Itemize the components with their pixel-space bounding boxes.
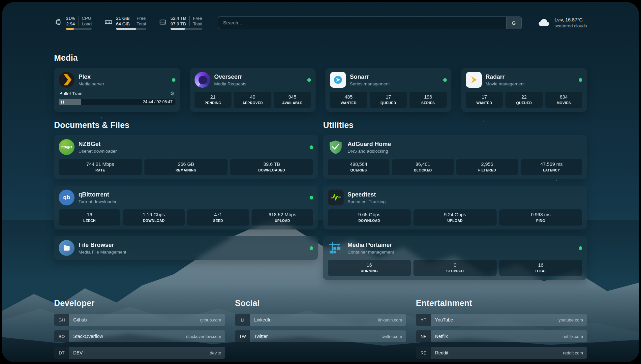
bookmark-domain: stackoverflow.com [186,334,221,339]
section-utilities: Utilities [323,120,587,280]
service-desc: Movie management [486,81,525,86]
speedtest-icon [328,190,344,205]
bookmark-twitter[interactable]: TW Twitter twitter.com [235,330,406,342]
memory-widget: 21 GiB 64 GiB Free Total [104,16,146,30]
bookmark-stackoverflow[interactable]: SO StackOverflow stackoverflow.com [54,330,225,342]
disk-total-value: 97.9 TB [170,21,186,26]
status-dot-online [310,196,313,199]
search-input[interactable] [218,17,506,29]
plex-now-playing: Bullet Train ⚙ 24:44 / 02:06:47 [59,90,175,105]
service-card-radarr[interactable]: Radarr Movie management 17 WANTED 22 QUE… [461,68,587,112]
media-card-grid: Plex Media server Bullet Train ⚙ [54,68,587,112]
bookmark-name: LinkedIn [254,317,272,322]
hard-drive-icon [159,18,167,26]
service-name: Speedtest [348,191,386,198]
cpu-chip-icon [54,18,63,26]
bookmark-netflix[interactable]: NF Netflix netflix.com [416,330,587,342]
bookmarks-social: Social LI LinkedIn linkedin.com TW Twitt… [235,298,406,342]
stat-pending: 21 PENDING [195,92,232,108]
service-card-plex[interactable]: Plex Media server Bullet Train ⚙ [54,68,180,112]
service-name: AdGuard Home [348,141,391,148]
stat-available: 945 AVAILABLE [274,92,311,108]
stat-latency: 47.569 ms LATENCY [521,159,582,175]
section-title-social: Social [235,298,406,308]
bookmark-name: Reddit [435,350,448,355]
bookmark-abbr: SO [54,330,69,342]
bookmark-domain: reddit.com [563,350,583,355]
bookmark-abbr: NF [416,330,431,342]
stat-rate: 744.21 Mbps RATE [59,159,142,175]
bookmark-reddit[interactable]: RE Reddit reddit.com [416,347,587,359]
nzbget-icon: nzbget [59,139,75,155]
bookmark-github[interactable]: GH Github github.com [54,314,225,326]
stat-series: 196 SERIES [410,92,447,108]
service-card-sonarr[interactable]: Sonarr Series management 485 WANTED 17 Q… [325,68,451,112]
cloud-icon [537,16,551,29]
service-name: Radarr [486,74,525,80]
service-card-adguard[interactable]: AdGuard Home DNS and adblocking 498,564 … [323,135,587,179]
disk-free-label: Free [193,16,202,21]
status-dot-online [172,78,175,82]
service-card-filebrowser[interactable]: File Browser Media File Management [54,236,318,260]
service-desc: Torrent downloader [78,199,117,204]
stat-download: 9.65 Gbps DOWNLOAD [328,209,411,226]
section-title-entertainment: Entertainment [416,298,587,308]
search-bar[interactable]: G [218,16,521,29]
bookmark-domain: github.com [200,318,221,322]
portainer-crane-icon [328,240,344,256]
now-playing-title: Bullet Train [59,91,82,96]
service-card-overseerr[interactable]: Overseerr Media Requests 21 PENDING 40 A… [190,68,316,112]
search-provider-button[interactable]: G [506,17,521,29]
bookmarks-entertainment: Entertainment YT YouTube youtube.com NF … [416,298,587,359]
weather-location: Lviv, 16.87°C [555,17,587,22]
bookmark-name: StackOverflow [73,334,103,339]
section-documents: Documents & Files nzbget NZBGet Usenet d… [54,120,318,260]
cpu-usage-bar [66,28,92,30]
bookmark-youtube[interactable]: YT YouTube youtube.com [416,314,587,326]
section-title-developer: Developer [54,298,225,308]
service-desc: Speedtest Tracking [348,199,386,204]
dashboard-screen: 31% 2.94 CPU Load [2,2,639,362]
service-desc: DNS and adblocking [348,149,391,154]
service-desc: Container management [348,250,394,255]
topbar-divider [54,35,587,35]
pause-icon[interactable] [61,101,64,104]
service-card-speedtest[interactable]: Speedtest Speedtest Tracking 9.65 Gbps D… [323,186,587,229]
status-dot-online [310,246,313,250]
service-name: Sonarr [350,74,390,80]
memory-free-label: Free [137,16,146,21]
bookmark-name: Twitter [254,334,268,339]
gear-icon[interactable]: ⚙ [170,91,174,96]
section-media: Media Plex Media server [54,53,587,112]
dashboard-content: 31% 2.94 CPU Load [54,2,587,362]
service-card-portainer[interactable]: Media Portainer Container management 16 … [323,236,587,280]
filebrowser-icon [59,240,75,256]
stat-total: 16 TOTAL [499,260,582,276]
memory-usage-bar [116,28,146,30]
bookmark-linkedin[interactable]: LI LinkedIn linkedin.com [235,314,406,326]
bookmark-name: Netflix [435,334,448,339]
stat-wanted: 17 WANTED [466,92,503,108]
bookmark-domain: netflix.com [563,334,583,339]
cpu-label: CPU [82,16,92,21]
stat-ping: 0.993 ms PING [499,209,582,226]
service-desc: Media server [78,81,104,86]
bookmark-name: DEV [73,350,83,355]
bookmark-abbr: TW [235,330,250,342]
bookmark-dev[interactable]: DT DEV dev.to [54,347,225,359]
bookmark-domain: twitter.com [382,334,402,339]
playback-progress-bar: 24:44 / 02:06:47 [59,99,175,105]
stat-filtered: 2,956 FILTERED [456,159,518,175]
adguard-shield-icon [328,139,344,155]
bookmark-groups: Developer GH Github github.com SO StackO… [54,298,587,362]
memory-free-value: 21 GiB [116,16,130,21]
weather-condition: scattered clouds [555,23,587,28]
bookmark-domain: youtube.com [559,318,583,322]
service-card-qbittorrent[interactable]: qb qBittorrent Torrent downloader 16 LEE… [54,186,318,229]
qbittorrent-icon: qb [59,190,75,205]
service-card-nzbget[interactable]: nzbget NZBGet Usenet downloader 744.21 M… [54,135,318,179]
section-title-documents: Documents & Files [54,120,318,130]
service-name: File Browser [78,242,126,249]
stat-approved: 40 APPROVED [234,92,271,108]
service-desc: Media File Management [78,250,126,255]
